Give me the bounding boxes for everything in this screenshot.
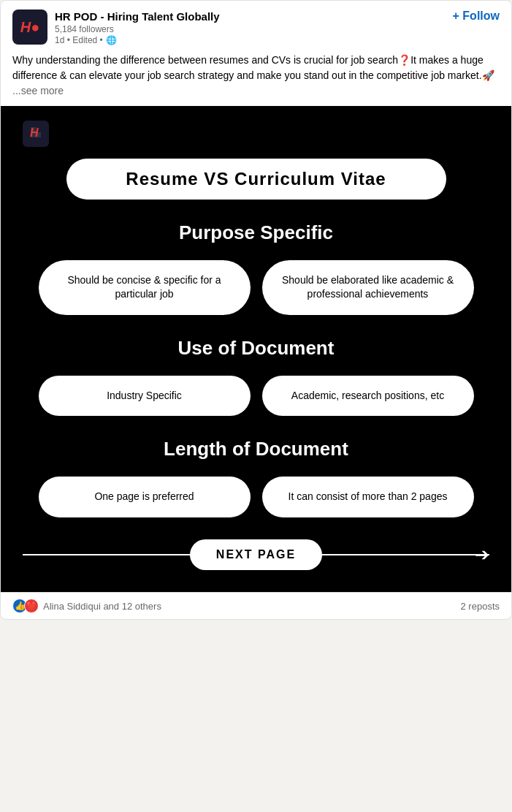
pill-length-left: One page is preferred [39,477,251,517]
section-heading-purpose: Purpose Specific [23,221,489,244]
followers-count: 5,184 followers [55,24,500,36]
next-page-text: NEXT PAGE [216,548,296,561]
reaction-icons: 👍 ❤️ [12,599,39,613]
post-card: H● HR POD - Hiring Talent Globally 5,184… [0,0,512,620]
post-time: 1d • Edited • 🌐 [55,35,500,47]
company-name: HR POD - Hiring Talent Globally [55,10,500,24]
pill-use-right: Academic, research positions, etc [262,376,474,417]
post-body-text: Why understanding the difference between… [12,54,494,81]
section-heading-use: Use of Document [23,337,489,360]
infographic-title: Resume VS Curriculum Vitae [126,169,386,189]
pill-use-left: Industry Specific [39,376,251,417]
post-footer: 👍 ❤️ Alina Siddiqui and 12 others 2 repo… [1,592,511,619]
next-page-section: NEXT PAGE ➔ [23,539,489,570]
arrow-right-icon: ➔ [475,545,489,565]
section-use: Use of Document Industry Specific Academ… [23,337,489,417]
section-length: Length of Document One page is preferred… [23,438,489,517]
post-meta: HR POD - Hiring Talent Globally 5,184 fo… [55,10,500,47]
pill-row-purpose: Should be concise & specific for a parti… [23,260,489,315]
infographic: H Resume VS Curriculum Vitae Purpose Spe… [1,106,511,592]
heart-reaction: ❤️ [24,599,39,613]
post-header: H● HR POD - Hiring Talent Globally 5,184… [1,1,511,53]
next-page-pill[interactable]: NEXT PAGE [190,539,322,570]
follow-button[interactable]: + Follow [453,10,500,23]
globe-icon: 🌐 [106,35,117,47]
svg-text:H: H [30,126,39,139]
company-avatar: H● [12,10,47,45]
pill-row-length: One page is preferred It can consist of … [23,477,489,517]
avatar-logo: H● [20,19,40,36]
post-text: Why understanding the difference between… [1,53,511,106]
section-heading-length: Length of Document [23,438,489,460]
post-time-text: 1d • Edited • [55,35,103,47]
pill-row-use: Industry Specific Academic, research pos… [23,376,489,417]
reactions-text: Alina Siddiqui and 12 others [43,601,161,612]
reposts-text: 2 reposts [461,601,500,612]
reactions: 👍 ❤️ Alina Siddiqui and 12 others [12,599,161,613]
infographic-logo-text: H [28,124,44,143]
see-more-link[interactable]: ...see more [12,85,64,96]
section-purpose: Purpose Specific Should be concise & spe… [23,221,489,315]
pill-purpose-left: Should be concise & specific for a parti… [39,260,251,315]
pill-length-right: It can consist of more than 2 pages [262,477,474,517]
title-pill: Resume VS Curriculum Vitae [66,159,446,200]
infographic-logo: H [23,121,49,147]
pill-purpose-right: Should be elaborated like academic & pro… [262,260,474,315]
